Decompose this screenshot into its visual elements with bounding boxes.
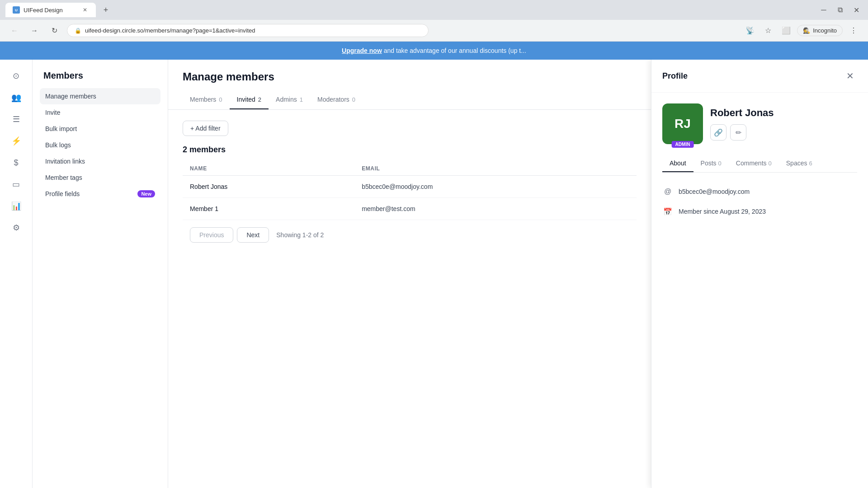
profile-name-section: Robert Jonas 🔗 ✏ [710, 107, 857, 141]
main-content: Manage members Members 0 Invited 2 Admin… [168, 60, 651, 488]
avatar: RJ ADMIN [662, 103, 703, 144]
add-filter-button[interactable]: + Add filter [183, 121, 228, 136]
tab-members[interactable]: Members 0 [183, 90, 230, 109]
tabs: Members 0 Invited 2 Admins 1 Moderators … [168, 90, 651, 110]
tab-moderators[interactable]: Moderators 0 [310, 90, 363, 109]
tab-admins[interactable]: Admins 1 [269, 90, 310, 109]
email-icon: @ [662, 186, 673, 197]
avatar-admin-badge: ADMIN [672, 141, 694, 148]
table-row: Robert Jonas b5bcec0e@moodjoy.com [183, 176, 637, 198]
profile-user-name: Robert Jonas [710, 107, 857, 119]
profile-button[interactable]: ⬜ [779, 23, 793, 38]
profile-tab-comments[interactable]: Comments 0 [729, 155, 779, 172]
tab-title: UIFeed Design [24, 7, 63, 14]
profile-fields-badge: New [137, 190, 155, 197]
profile-panel: Profile ✕ RJ ADMIN Robert Jonas 🔗 [651, 60, 868, 488]
nav-home-icon[interactable]: ⊙ [7, 67, 25, 85]
sidebar-item-manage-members[interactable]: Manage members [40, 88, 160, 104]
page-title: Manage members [183, 70, 637, 83]
window-controls: ─ ⧉ ✕ [817, 4, 863, 16]
upgrade-banner: Upgrade now and take advantage of our an… [0, 42, 868, 60]
nav-settings-icon[interactable]: ⚙ [7, 219, 25, 237]
profile-link-icon[interactable]: 🔗 [710, 124, 726, 141]
forward-button[interactable]: → [27, 23, 42, 38]
nav-content-icon[interactable]: ☰ [7, 110, 25, 128]
profile-member-since-row: 📅 Member since August 29, 2023 [662, 202, 857, 221]
page-info: Showing 1-2 of 2 [276, 231, 324, 239]
calendar-icon: 📅 [662, 206, 673, 217]
profile-member-since: Member since August 29, 2023 [679, 208, 766, 215]
profile-edit-icon[interactable]: ✏ [730, 124, 746, 141]
close-profile-button[interactable]: ✕ [843, 69, 857, 83]
banner-message: and take advantage of our annual discoun… [384, 47, 526, 54]
sidebar-item-profile-fields[interactable]: Profile fields New [40, 186, 160, 202]
col-name: NAME [183, 162, 354, 176]
member-name-1[interactable]: Member 1 [190, 205, 218, 212]
reload-button[interactable]: ↻ [47, 23, 61, 38]
profile-actions: 🔗 ✏ [710, 124, 857, 141]
nav-billing-icon[interactable]: $ [7, 154, 25, 172]
bookmark-icon[interactable]: ☆ [761, 23, 775, 38]
lock-icon: 🔒 [75, 28, 81, 34]
content-area: + Add filter 2 members NAME EMAIL [168, 110, 651, 261]
main-header: Manage members [168, 60, 651, 83]
incognito-label: Incognito [813, 27, 837, 34]
profile-tab-posts[interactable]: Posts 0 [693, 155, 729, 172]
members-count: 2 members [183, 145, 637, 155]
nav-spaces-icon[interactable]: ▭ [7, 175, 25, 193]
member-email-0: b5bcec0e@moodjoy.com [354, 176, 637, 198]
minimize-button[interactable]: ─ [817, 4, 830, 16]
member-email-1: member@test.com [354, 198, 637, 220]
profile-email-row: @ b5bcec0e@moodjoy.com [662, 182, 857, 202]
sidebar-item-member-tags[interactable]: Member tags [40, 169, 160, 186]
sidebar-item-bulk-logs[interactable]: Bulk logs [40, 137, 160, 153]
profile-panel-header: Profile ✕ [651, 60, 868, 93]
menu-button[interactable]: ⋮ [846, 23, 861, 38]
nav-members-icon[interactable]: 👥 [7, 89, 25, 107]
restore-button[interactable]: ⧉ [834, 4, 846, 16]
table-row: Member 1 member@test.com [183, 198, 637, 220]
profile-email: b5bcec0e@moodjoy.com [679, 188, 750, 195]
profile-tab-spaces[interactable]: Spaces 6 [779, 155, 820, 172]
browser-titlebar: U UIFeed Design ✕ + ─ ⧉ ✕ [0, 0, 868, 20]
back-button[interactable]: ← [7, 23, 22, 38]
incognito-badge[interactable]: 🕵 Incognito [797, 25, 843, 36]
members-table: NAME EMAIL Robert Jonas b5bcec0e@moodjoy… [183, 162, 637, 220]
sidebar-item-invite[interactable]: Invite [40, 104, 160, 121]
cast-icon[interactable]: 📡 [743, 23, 757, 38]
profile-body: RJ ADMIN Robert Jonas 🔗 ✏ [651, 93, 868, 232]
profile-tab-about[interactable]: About [662, 155, 693, 172]
tab-favicon: U [13, 6, 20, 14]
avatar-initials: RJ [675, 117, 691, 131]
url-text: uifeed-design.circle.so/members/manage?p… [85, 27, 255, 34]
sidebar-item-invitation-links[interactable]: Invitation links [40, 153, 160, 169]
sidebar: Members Manage members Invite Bulk impor… [33, 60, 168, 488]
next-button[interactable]: Next [237, 227, 269, 243]
sidebar-title: Members [40, 70, 160, 81]
tab-close-button[interactable]: ✕ [81, 6, 89, 14]
incognito-icon: 🕵 [803, 27, 810, 34]
profile-info: RJ ADMIN Robert Jonas 🔗 ✏ [662, 103, 857, 144]
col-email: EMAIL [354, 162, 637, 176]
profile-tabs: About Posts 0 Comments 0 Spaces 6 [662, 155, 857, 173]
browser-toolbar: ← → ↻ 🔒 uifeed-design.circle.so/members/… [0, 20, 868, 42]
left-nav: ⊙ 👥 ☰ ⚡ $ ▭ 📊 ⚙ [0, 60, 33, 488]
sidebar-item-bulk-import[interactable]: Bulk import [40, 121, 160, 137]
pagination: Previous Next Showing 1-2 of 2 [183, 220, 637, 250]
profile-panel-title: Profile [662, 71, 688, 81]
address-bar[interactable]: 🔒 uifeed-design.circle.so/members/manage… [67, 24, 429, 37]
close-window-button[interactable]: ✕ [850, 4, 863, 16]
nav-analytics-icon[interactable]: 📊 [7, 197, 25, 215]
new-tab-button[interactable]: + [99, 4, 112, 16]
previous-button[interactable]: Previous [190, 227, 233, 243]
upgrade-link[interactable]: Upgrade now [342, 47, 382, 54]
tab-invited[interactable]: Invited 2 [230, 90, 269, 109]
browser-tab[interactable]: U UIFeed Design ✕ [5, 3, 96, 17]
nav-activity-icon[interactable]: ⚡ [7, 132, 25, 150]
member-name-0[interactable]: Robert Jonas [190, 183, 227, 190]
toolbar-icons: 📡 ☆ ⬜ 🕵 Incognito ⋮ [743, 23, 861, 38]
